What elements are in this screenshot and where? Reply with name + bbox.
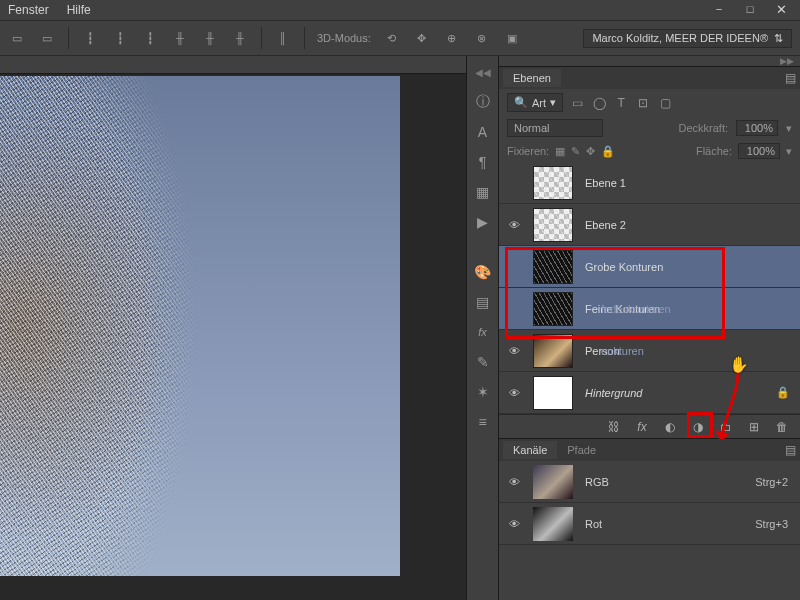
layer-filter-kind[interactable]: 🔍 Art ▾ bbox=[507, 93, 563, 112]
lock-icon: 🔒 bbox=[776, 386, 790, 399]
layer-visibility-toggle[interactable]: 👁 bbox=[499, 219, 529, 231]
distribute-icon[interactable]: ┇ bbox=[81, 29, 99, 47]
mixer-panel-icon[interactable]: ✶ bbox=[473, 382, 493, 402]
panel-menu-icon[interactable]: ▤ bbox=[785, 71, 796, 85]
layer-mask-icon[interactable]: ◐ bbox=[662, 419, 678, 435]
layer-name[interactable]: Ebene 2 bbox=[585, 219, 626, 231]
layer-row[interactable]: Ebene 1 bbox=[499, 162, 800, 204]
delete-layer-icon[interactable]: 🗑 bbox=[774, 419, 790, 435]
filter-adjust-icon[interactable]: ◯ bbox=[591, 95, 607, 111]
fill-label: Fläche: bbox=[696, 145, 732, 157]
workspace-dropdown[interactable]: Marco Kolditz, MEER DER IDEEN® ⇅ bbox=[583, 29, 792, 48]
layer-name[interactable]: Grobe Konturen bbox=[585, 261, 663, 273]
lock-paint-icon[interactable]: ✎ bbox=[571, 145, 580, 158]
layer-row[interactable]: Grobe Konturen bbox=[499, 246, 800, 288]
lock-transparent-icon[interactable]: ▦ bbox=[555, 145, 565, 158]
document-canvas[interactable] bbox=[0, 76, 400, 576]
layers-tab[interactable]: Ebenen bbox=[503, 69, 561, 87]
chevron-down-icon[interactable]: ▾ bbox=[786, 122, 792, 135]
lock-all-icon[interactable]: 🔒 bbox=[601, 145, 615, 158]
actions-panel-icon[interactable]: ▶ bbox=[473, 212, 493, 232]
blend-mode-dropdown[interactable]: Normal bbox=[507, 119, 603, 137]
channel-name: Rot bbox=[585, 518, 602, 530]
layer-row[interactable]: Feine Konturenfadeskonturen bbox=[499, 288, 800, 330]
opacity-input[interactable]: 100% bbox=[736, 120, 778, 136]
cursor-hand-icon: ✋ bbox=[729, 355, 749, 374]
menu-hilfe[interactable]: Hilfe bbox=[67, 3, 91, 17]
collapse-icon[interactable]: ◀◀ bbox=[473, 62, 493, 82]
layer-thumbnail[interactable] bbox=[533, 292, 573, 326]
workspace-name: Marco Kolditz, MEER DER IDEEN® bbox=[592, 32, 768, 44]
lock-position-icon[interactable]: ✥ bbox=[586, 145, 595, 158]
3d-orbit-icon[interactable]: ⟲ bbox=[383, 29, 401, 47]
lock-label: Fixieren: bbox=[507, 145, 549, 157]
align-icon-2[interactable]: ▭ bbox=[38, 29, 56, 47]
menubar: Fenster Hilfe − □ ✕ bbox=[0, 0, 800, 20]
distribute-icon-4[interactable]: ╫ bbox=[171, 29, 189, 47]
color-panel-icon[interactable]: 🎨 bbox=[473, 262, 493, 282]
adjustment-layer-icon[interactable]: ◑ bbox=[690, 419, 706, 435]
filter-smart-icon[interactable]: ▢ bbox=[657, 95, 673, 111]
chevron-down-icon: ▾ bbox=[550, 96, 556, 109]
info-panel-icon[interactable]: ⓘ bbox=[473, 92, 493, 112]
panel-menu-icon[interactable]: ▤ bbox=[785, 443, 796, 457]
3d-scale-icon[interactable]: ⊗ bbox=[473, 29, 491, 47]
channel-thumbnail bbox=[533, 507, 573, 541]
layer-row[interactable]: 👁Personenkturen bbox=[499, 330, 800, 372]
layer-name[interactable]: Ebene 1 bbox=[585, 177, 626, 189]
paragraph-panel-icon[interactable]: ¶ bbox=[473, 152, 493, 172]
3d-move-icon[interactable]: ⊕ bbox=[443, 29, 461, 47]
layer-name[interactable]: Hintergrund bbox=[585, 387, 642, 399]
layers-panel: Ebenen ▤ 🔍 Art ▾ ▭ ◯ T ⊡ ▢ Normal bbox=[499, 66, 800, 438]
layer-thumbnail[interactable] bbox=[533, 376, 573, 410]
channel-row[interactable]: 👁RGBStrg+2 bbox=[499, 461, 800, 503]
character-panel-icon[interactable]: A bbox=[473, 122, 493, 142]
window-minimize[interactable]: − bbox=[704, 0, 734, 18]
layer-thumbnail[interactable] bbox=[533, 166, 573, 200]
brush-panel-icon[interactable]: ✎ bbox=[473, 352, 493, 372]
layer-thumbnail[interactable] bbox=[533, 250, 573, 284]
spacing-icon[interactable]: ║ bbox=[274, 29, 292, 47]
filter-shape-icon[interactable]: ⊡ bbox=[635, 95, 651, 111]
align-icon[interactable]: ▭ bbox=[8, 29, 26, 47]
collapsed-panels-strip: ◀◀ ⓘ A ¶ ▦ ▶ 🎨 ▤ fx ✎ ✶ ≡ bbox=[466, 56, 498, 600]
link-layers-icon[interactable]: ⛓ bbox=[606, 419, 622, 435]
channel-visibility-toggle[interactable]: 👁 bbox=[499, 518, 529, 530]
chevron-down-icon[interactable]: ▾ bbox=[786, 145, 792, 158]
layer-visibility-toggle[interactable]: 👁 bbox=[499, 345, 529, 357]
layer-row[interactable]: 👁Ebene 2 bbox=[499, 204, 800, 246]
paths-tab[interactable]: Pfade bbox=[557, 441, 606, 459]
panel-collapse-icon[interactable]: ▶▶ bbox=[499, 56, 800, 66]
grid-panel-icon[interactable]: ▤ bbox=[473, 292, 493, 312]
new-group-icon[interactable]: 🗀 bbox=[718, 419, 734, 435]
distribute-icon-5[interactable]: ╫ bbox=[201, 29, 219, 47]
channel-shortcut: Strg+3 bbox=[755, 518, 788, 530]
filter-pixel-icon[interactable]: ▭ bbox=[569, 95, 585, 111]
layer-row[interactable]: 👁Hintergrund🔒 bbox=[499, 372, 800, 414]
timeline-panel-icon[interactable]: ≡ bbox=[473, 412, 493, 432]
layer-thumbnail[interactable] bbox=[533, 334, 573, 368]
fill-input[interactable]: 100% bbox=[738, 143, 780, 159]
3d-pan-icon[interactable]: ✥ bbox=[413, 29, 431, 47]
channels-tab[interactable]: Kanäle bbox=[503, 441, 557, 459]
distribute-icon-2[interactable]: ┇ bbox=[111, 29, 129, 47]
distribute-icon-6[interactable]: ╫ bbox=[231, 29, 249, 47]
menu-fenster[interactable]: Fenster bbox=[8, 3, 49, 17]
distribute-icon-3[interactable]: ┇ bbox=[141, 29, 159, 47]
new-layer-icon[interactable]: ⊞ bbox=[746, 419, 762, 435]
layer-fx-icon[interactable]: fx bbox=[634, 419, 650, 435]
swatches-panel-icon[interactable]: ▦ bbox=[473, 182, 493, 202]
window-maximize[interactable]: □ bbox=[735, 0, 765, 18]
chevron-updown-icon: ⇅ bbox=[774, 32, 783, 45]
channel-row[interactable]: 👁RotStrg+3 bbox=[499, 503, 800, 545]
styles-panel-icon[interactable]: fx bbox=[473, 322, 493, 342]
search-icon: 🔍 bbox=[514, 96, 528, 109]
layer-thumbnail[interactable] bbox=[533, 208, 573, 242]
filter-type-icon[interactable]: T bbox=[613, 95, 629, 111]
window-close[interactable]: ✕ bbox=[766, 0, 796, 18]
canvas-area[interactable] bbox=[0, 56, 466, 600]
3d-camera-icon[interactable]: ▣ bbox=[503, 29, 521, 47]
channel-shortcut: Strg+2 bbox=[755, 476, 788, 488]
channel-visibility-toggle[interactable]: 👁 bbox=[499, 476, 529, 488]
layer-visibility-toggle[interactable]: 👁 bbox=[499, 387, 529, 399]
